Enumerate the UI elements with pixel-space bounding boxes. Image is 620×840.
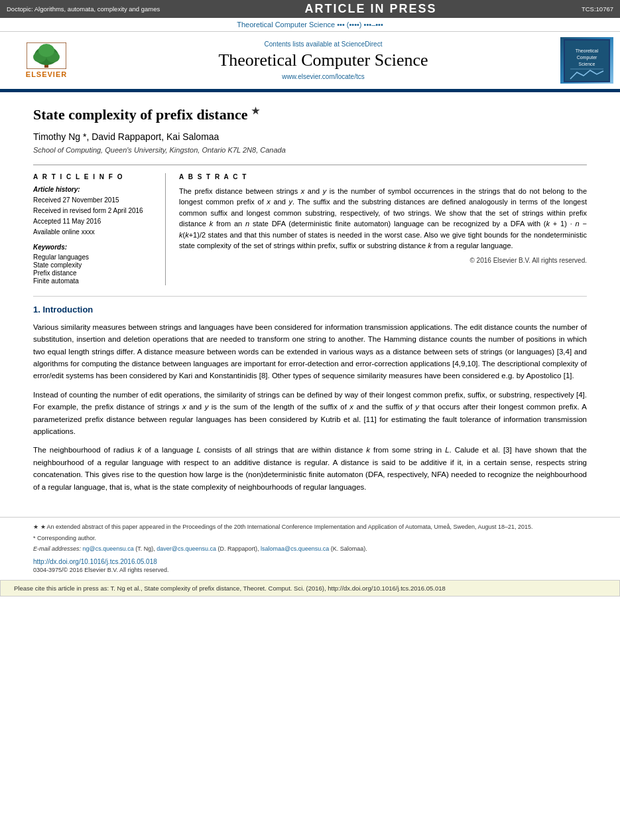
abstract-column: A B S T R A C T The prefix distance betw… [179,173,587,285]
svg-text:Science: Science [579,62,595,66]
tcs-cover-icon: Theoretical Computer Science [564,39,610,82]
journal-url-link[interactable]: www.elsevier.com/locate/tcs [282,73,365,80]
page: Doctopic: Algorithms, automata, complexi… [0,0,620,840]
doi-link[interactable]: http://dx.doi.org/10.1016/j.tcs.2016.05.… [33,558,157,565]
svg-text:Theoretical: Theoretical [576,48,599,53]
available-online: Available online xxxx [33,228,157,237]
tcs-id-label: TCS:10767 [582,5,613,13]
contents-label: Contents lists available at [265,40,340,48]
abstract-heading: A B S T R A C T [179,173,587,180]
received-date: Received 27 November 2015 [33,196,157,205]
citation-text: Please cite this article in press as: T.… [14,585,446,592]
journal-url: www.elsevier.com/locate/tcs [86,73,560,80]
journal-link-text: Theoretical Computer Science ••• (••••) … [237,21,383,29]
footnote-corresponding: * Corresponding author. [33,534,587,543]
copyright-line: © 2016 Elsevier B.V. All rights reserved… [179,257,587,264]
keyword-1: Regular languages [33,253,157,261]
paper-title: State complexity of prefix distance ★ [33,105,587,125]
authors-line: Timothy Ng *, David Rappaport, Kai Salom… [33,131,587,142]
accepted-date: Accepted 11 May 2016 [33,217,157,226]
elsevier-text: ELSEVIER [26,70,67,78]
svg-text:Computer: Computer [577,55,597,60]
email-lsalomaa[interactable]: lsalomaa@cs.queensu.ca [261,545,329,552]
journal-title: Theoretical Computer Science [86,50,560,70]
history-label: Article history: [33,186,157,193]
svg-rect-7 [565,40,609,81]
citation-bar: Please cite this article in press as: T.… [0,580,620,596]
main-content: State complexity of prefix distance ★ Ti… [0,92,620,506]
intro-heading: 1. Introduction [33,305,587,315]
journal-link-bar: Theoretical Computer Science ••• (••••) … [0,18,620,32]
star-footnote-icon: ★ [251,106,260,116]
footnotes-area: ★ ★ An extended abstract of this paper a… [0,517,620,573]
email-ng[interactable]: ng@cs.queensu.ca [83,545,134,552]
paper-title-text: State complexity of prefix distance [33,106,247,123]
journal-logo-right: Theoretical Computer Science [560,37,613,84]
email-daver[interactable]: daver@cs.queensu.ca [156,545,216,552]
intro-para1: Various similarity measures between stri… [33,321,587,382]
copyright-footer: 0304-3975/© 2016 Elsevier B.V. All right… [33,567,587,573]
intro-para3: The neighbourhood of radius k of a langu… [33,444,587,493]
sciencedirect-link[interactable]: ScienceDirect [341,40,383,48]
svg-point-4 [38,44,54,57]
section-divider [33,296,587,297]
elsevier-tree-icon [27,42,66,69]
article-in-press-label: ARTICLE IN PRESS [305,2,437,16]
doi-line[interactable]: http://dx.doi.org/10.1016/j.tcs.2016.05.… [33,558,587,565]
footnote-star: ★ ★ An extended abstract of this paper a… [33,523,587,532]
intro-para2: Instead of counting the number of edit o… [33,389,587,438]
keywords-label: Keywords: [33,244,157,251]
article-info-column: A R T I C L E I N F O Article history: R… [33,173,166,285]
abstract-text: The prefix distance between strings x an… [179,186,587,251]
doctopic-label: Doctopic: Algorithms, automata, complexi… [7,5,160,13]
keyword-3: Prefix distance [33,269,157,277]
received-revised-date: Received in revised form 2 April 2016 [33,206,157,216]
footnote-star-text: ★ An extended abstract of this paper app… [40,524,533,530]
journal-header-center: Contents lists available at ScienceDirec… [86,40,560,80]
article-info-heading: A R T I C L E I N F O [33,173,157,180]
top-bar: Doctopic: Algorithms, automata, complexi… [0,0,620,18]
article-info-abstract-section: A R T I C L E I N F O Article history: R… [33,165,587,285]
journal-header: ELSEVIER Contents lists available at Sci… [0,32,620,90]
sciencedirect-label: Contents lists available at ScienceDirec… [86,40,560,48]
elsevier-logo-area: ELSEVIER [7,42,86,78]
keyword-4: Finite automata [33,277,157,285]
affiliation-line: School of Computing, Queen's University,… [33,146,587,154]
authors-text: Timothy Ng *, David Rappaport, Kai Salom… [33,131,219,142]
footnote-emails: E-mail addresses: ng@cs.queensu.ca (T. N… [33,545,587,554]
keyword-2: State complexity [33,261,157,269]
